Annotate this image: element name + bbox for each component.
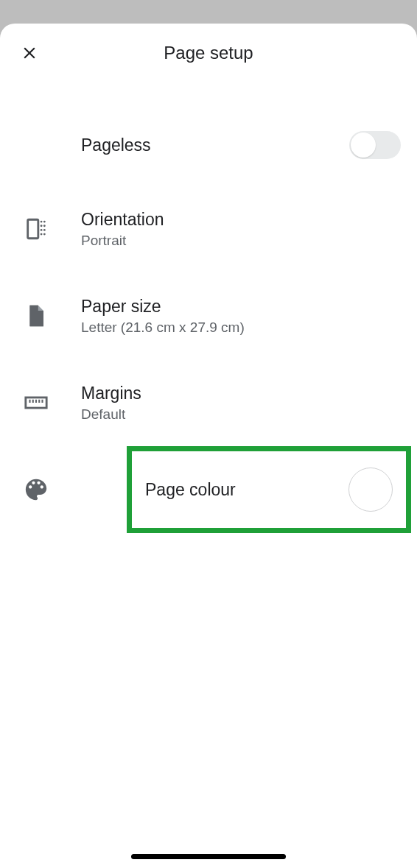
orientation-value: Portrait	[81, 233, 401, 249]
orientation-label: Orientation	[81, 210, 401, 230]
orientation-row[interactable]: Orientation Portrait	[0, 186, 417, 272]
paper-size-label: Paper size	[81, 297, 401, 317]
pageless-label: Pageless	[81, 135, 349, 155]
svg-marker-9	[38, 306, 43, 311]
page-colour-swatch[interactable]	[348, 467, 393, 512]
paper-size-icon	[24, 303, 49, 328]
margins-row[interactable]: Margins Default	[0, 359, 417, 446]
sheet-header: Page setup	[0, 24, 417, 82]
page-setup-sheet: Page setup Pageless	[0, 24, 417, 868]
close-button[interactable]	[15, 38, 44, 68]
pageless-toggle[interactable]	[349, 131, 401, 159]
page-colour-row[interactable]: Page colour	[0, 446, 417, 533]
page-colour-label: Page colour	[145, 480, 348, 500]
paper-size-value: Letter (21.6 cm x 27.9 cm)	[81, 320, 401, 336]
svg-rect-0	[28, 219, 38, 239]
toggle-knob	[351, 133, 376, 158]
orientation-icon	[24, 216, 49, 241]
close-icon	[20, 43, 39, 63]
paper-size-row[interactable]: Paper size Letter (21.6 cm x 27.9 cm)	[0, 272, 417, 359]
sheet-title: Page setup	[0, 43, 417, 63]
page-colour-highlight: Page colour	[127, 446, 411, 533]
home-indicator	[131, 854, 286, 859]
margins-label: Margins	[81, 384, 401, 403]
pageless-row[interactable]: Pageless	[0, 105, 417, 186]
palette-icon	[24, 477, 49, 502]
margins-value: Default	[81, 406, 401, 423]
settings-list: Pageless	[0, 82, 417, 533]
margins-icon	[24, 390, 49, 415]
